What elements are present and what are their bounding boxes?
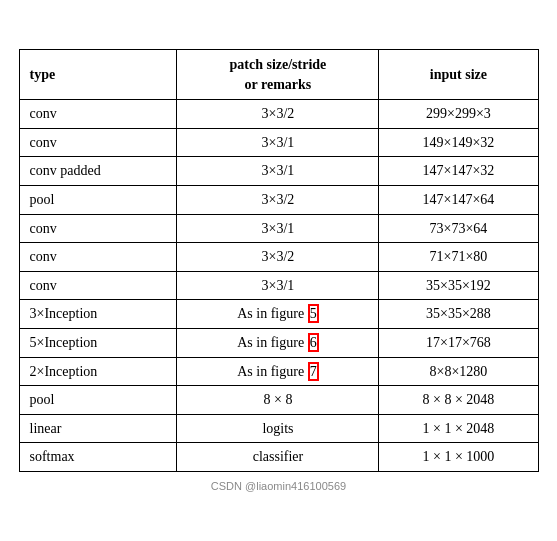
cell-input: 1 × 1 × 1000 xyxy=(379,443,538,472)
cell-type: 3×Inception xyxy=(19,300,177,329)
cell-input: 35×35×288 xyxy=(379,300,538,329)
cell-patch: 3×3/1 xyxy=(177,128,379,157)
cell-input: 17×17×768 xyxy=(379,328,538,357)
cell-input: 8 × 8 × 2048 xyxy=(379,386,538,415)
cell-input: 299×299×3 xyxy=(379,100,538,129)
cell-type: softmax xyxy=(19,443,177,472)
table-row: conv3×3/135×35×192 xyxy=(19,271,538,300)
cell-patch: 3×3/1 xyxy=(177,271,379,300)
header-patch-line1: patch size/stride xyxy=(230,57,327,72)
table-row: conv padded3×3/1147×147×32 xyxy=(19,157,538,186)
table-row: conv3×3/271×71×80 xyxy=(19,243,538,272)
cell-type: pool xyxy=(19,186,177,215)
cell-input: 147×147×64 xyxy=(379,186,538,215)
header-patch-line2: or remarks xyxy=(245,77,312,92)
watermark: CSDN @liaomin416100569 xyxy=(211,480,346,492)
table-row: 3×InceptionAs in figure 535×35×288 xyxy=(19,300,538,329)
table-wrapper: type patch size/stride or remarks input … xyxy=(10,49,547,492)
cell-patch: 8 × 8 xyxy=(177,386,379,415)
cell-patch: 3×3/2 xyxy=(177,100,379,129)
patch-text-before: As in figure xyxy=(237,335,307,350)
table-row: softmaxclassifier1 × 1 × 1000 xyxy=(19,443,538,472)
header-input: input size xyxy=(379,50,538,100)
cell-type: pool xyxy=(19,386,177,415)
cell-type: linear xyxy=(19,414,177,443)
cell-type: 5×Inception xyxy=(19,328,177,357)
patch-text-before: As in figure xyxy=(237,364,307,379)
cell-patch: 3×3/2 xyxy=(177,243,379,272)
cell-patch: 3×3/1 xyxy=(177,157,379,186)
cell-type: conv xyxy=(19,214,177,243)
patch-highlight: 6 xyxy=(308,333,319,352)
patch-highlight: 7 xyxy=(308,362,319,381)
cell-patch: As in figure 7 xyxy=(177,357,379,386)
architecture-table: type patch size/stride or remarks input … xyxy=(19,49,539,472)
cell-type: conv xyxy=(19,271,177,300)
cell-input: 1 × 1 × 2048 xyxy=(379,414,538,443)
cell-patch: logits xyxy=(177,414,379,443)
cell-input: 149×149×32 xyxy=(379,128,538,157)
table-row: conv3×3/2299×299×3 xyxy=(19,100,538,129)
cell-type: conv xyxy=(19,128,177,157)
cell-input: 71×71×80 xyxy=(379,243,538,272)
cell-type: 2×Inception xyxy=(19,357,177,386)
table-row: linearlogits1 × 1 × 2048 xyxy=(19,414,538,443)
cell-patch: 3×3/1 xyxy=(177,214,379,243)
table-row: conv3×3/1149×149×32 xyxy=(19,128,538,157)
cell-patch: As in figure 6 xyxy=(177,328,379,357)
cell-input: 8×8×1280 xyxy=(379,357,538,386)
table-row: pool8 × 88 × 8 × 2048 xyxy=(19,386,538,415)
cell-input: 73×73×64 xyxy=(379,214,538,243)
cell-type: conv xyxy=(19,243,177,272)
table-row: 2×InceptionAs in figure 78×8×1280 xyxy=(19,357,538,386)
cell-input: 35×35×192 xyxy=(379,271,538,300)
cell-type: conv xyxy=(19,100,177,129)
table-row: conv3×3/173×73×64 xyxy=(19,214,538,243)
cell-patch: classifier xyxy=(177,443,379,472)
table-row: pool3×3/2147×147×64 xyxy=(19,186,538,215)
cell-patch: As in figure 5 xyxy=(177,300,379,329)
header-patch: patch size/stride or remarks xyxy=(177,50,379,100)
table-row: 5×InceptionAs in figure 617×17×768 xyxy=(19,328,538,357)
header-type: type xyxy=(19,50,177,100)
patch-text-before: As in figure xyxy=(237,306,307,321)
cell-patch: 3×3/2 xyxy=(177,186,379,215)
cell-type: conv padded xyxy=(19,157,177,186)
cell-input: 147×147×32 xyxy=(379,157,538,186)
patch-highlight: 5 xyxy=(308,304,319,323)
